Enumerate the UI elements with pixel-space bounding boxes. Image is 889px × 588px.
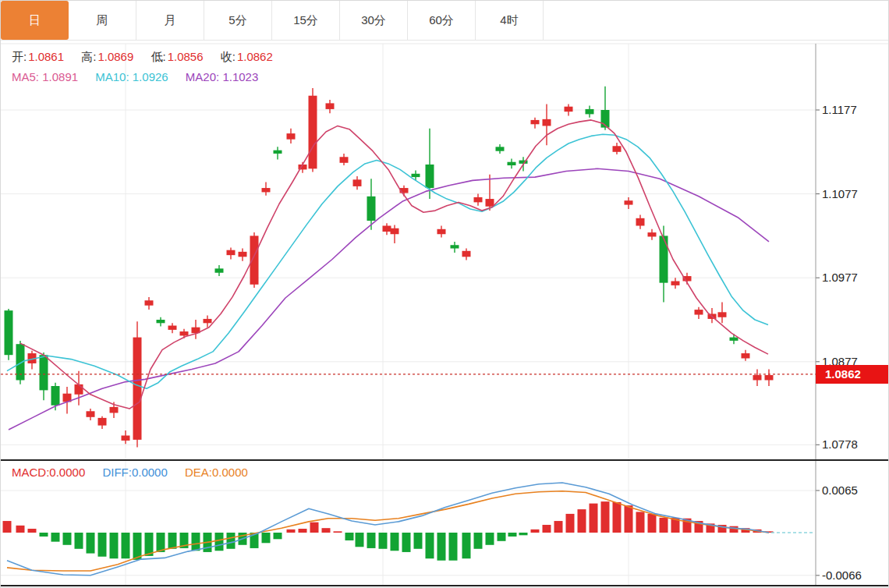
- macd-bar: [75, 533, 83, 549]
- macd-bar: [601, 501, 610, 533]
- ma5-value: 1.0891: [42, 70, 78, 83]
- chart-canvas[interactable]: 1.11771.10771.09771.08771.07780.0065-0.0…: [1, 1, 889, 588]
- tab-5min[interactable]: 5分: [204, 1, 272, 40]
- ohlc-open: 开:1.0861: [12, 50, 64, 63]
- macd-bar: [391, 533, 399, 551]
- macd-bar: [227, 533, 236, 549]
- macd-bar: [660, 518, 668, 533]
- candle-body: [718, 312, 727, 317]
- ma5-item: MA5: 1.0891: [12, 70, 78, 83]
- candle-body: [474, 197, 483, 202]
- macd-bar: [51, 533, 60, 542]
- macd-bar: [486, 533, 494, 545]
- macd-bar: [508, 533, 517, 537]
- candle-body: [648, 232, 657, 236]
- candle-body: [215, 268, 224, 272]
- axis-label: 1.1177: [822, 103, 857, 116]
- candle-body: [87, 411, 95, 417]
- macd-bar: [543, 525, 551, 533]
- candle-body: [765, 375, 774, 380]
- macd-bar: [168, 533, 177, 549]
- ma-legend: MA5: 1.0891 MA10: 1.0926 MA20: 1.1023: [12, 70, 272, 83]
- candle-body: [227, 250, 236, 255]
- macd-bar: [40, 533, 48, 537]
- candle-body: [636, 218, 645, 226]
- ma5-label: MA5:: [12, 70, 39, 83]
- candle-body: [262, 188, 271, 192]
- candle-body: [326, 103, 335, 109]
- macd-bar: [310, 522, 319, 533]
- macd-bar: [379, 533, 388, 549]
- candle-body: [274, 151, 282, 154]
- candle-body: [5, 310, 13, 355]
- diff-label: DIFF:: [102, 466, 132, 479]
- low-label: 低:: [151, 50, 165, 63]
- candle-body: [613, 146, 622, 152]
- macd-bar: [192, 533, 200, 551]
- candle-body: [180, 331, 189, 335]
- macd-bar: [110, 533, 119, 558]
- macd-bar: [730, 526, 738, 533]
- tab-week[interactable]: 周: [69, 1, 136, 40]
- macd-bar: [262, 533, 271, 543]
- macd-bar: [367, 533, 376, 548]
- macd-bar: [345, 533, 354, 540]
- tab-month[interactable]: 月: [136, 1, 204, 40]
- high-value: 1.0869: [97, 50, 133, 63]
- candle-body: [543, 119, 551, 126]
- candle-body: [437, 229, 446, 234]
- close-value: 1.0862: [237, 50, 273, 63]
- candle-body: [671, 282, 680, 285]
- macd-bar: [87, 533, 95, 554]
- current-price-badge: 1.0862: [816, 365, 889, 384]
- ohlc-low: 低:1.0856: [151, 50, 203, 63]
- candle-body: [451, 245, 459, 248]
- candle-body: [367, 197, 376, 221]
- macd-bar: [322, 528, 331, 533]
- macd-label: MACD:: [12, 466, 49, 479]
- candle-body: [353, 179, 362, 186]
- candle-body: [157, 320, 165, 323]
- macd-bar: [590, 504, 598, 533]
- tab-30min[interactable]: 30分: [340, 1, 408, 40]
- macd-bar: [519, 533, 528, 535]
- candle-body: [412, 174, 420, 177]
- tab-15min[interactable]: 15分: [272, 1, 340, 40]
- macd-bar: [356, 533, 364, 547]
- candle-body: [531, 120, 540, 124]
- macd-bar: [531, 530, 540, 533]
- candle-body: [287, 133, 296, 140]
- axis-label: 0.0065: [822, 484, 858, 497]
- macd-bar: [299, 529, 307, 533]
- macd-bar: [566, 514, 575, 533]
- macd-bar: [498, 533, 506, 541]
- dea-label: DEA:: [185, 466, 212, 479]
- tab-4hour[interactable]: 4时: [476, 1, 544, 40]
- ma-line: [20, 120, 768, 409]
- macd-bar: [122, 533, 130, 558]
- candle-body: [695, 310, 703, 314]
- low-value: 1.0856: [168, 50, 204, 63]
- ohlc-high: 高:1.0869: [81, 50, 133, 63]
- candle-body: [239, 252, 247, 257]
- axis-label: 1.0778: [822, 437, 858, 451]
- tab-day[interactable]: 日: [1, 1, 69, 40]
- candle-body: [145, 300, 154, 305]
- macd-bar: [402, 533, 411, 552]
- macd-bar: [554, 521, 563, 533]
- macd-bar: [636, 512, 645, 533]
- axis-label: 1.1077: [822, 187, 858, 200]
- dea-value: 0.0000: [212, 466, 248, 479]
- ma10-value: 1.0926: [133, 70, 168, 83]
- candle-body: [730, 338, 738, 341]
- candle-body: [40, 355, 48, 390]
- macd-bar: [28, 529, 37, 533]
- candle-body: [98, 418, 107, 426]
- ma20-value: 1.1023: [222, 70, 258, 83]
- macd-bar: [648, 514, 657, 533]
- candle-body: [168, 326, 177, 330]
- macd-bar: [63, 533, 72, 545]
- macd-bar: [625, 505, 633, 533]
- candle-body: [426, 165, 434, 188]
- tab-60min[interactable]: 60分: [408, 1, 476, 40]
